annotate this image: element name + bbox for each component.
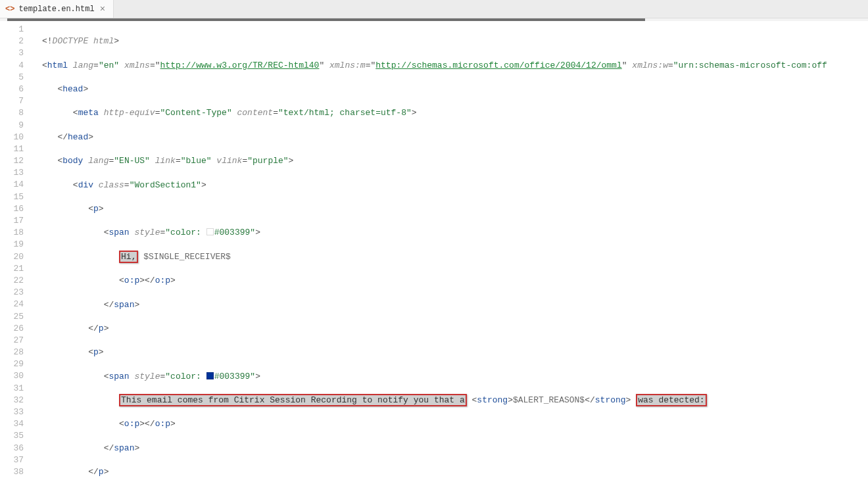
code-line: <o:p></o:p> [42, 275, 868, 287]
color-swatch-icon [206, 228, 214, 235]
code-line: </p> [42, 466, 868, 478]
line-number: 16 [3, 203, 24, 215]
line-number: 8 [3, 107, 24, 119]
color-swatch-icon [206, 372, 214, 379]
line-number: 24 [3, 299, 24, 310]
xmlns-url: http://www.w3.org/TR/REC-html40 [160, 60, 320, 70]
line-number: 13 [3, 167, 24, 179]
line-number: 27 [3, 335, 24, 347]
html-file-icon: <> [5, 5, 14, 14]
highlight-email-comes-from: This email comes from Citrix Session Rec… [119, 394, 467, 406]
code-line: <p> [42, 347, 868, 358]
code-line: <meta http-equiv="Content-Type" content=… [42, 107, 868, 119]
code-line: <span style="color: #003399"> [42, 371, 868, 383]
highlight-was-detected: was detected: [636, 394, 706, 406]
code-line: <!DOCTYPE html> [42, 36, 868, 47]
line-number: 12 [3, 155, 24, 167]
line-number: 11 [3, 143, 24, 155]
code-line: </span> [42, 443, 868, 454]
code-line: <div class="WordSection1"> [42, 180, 868, 191]
line-number: 14 [3, 179, 24, 191]
line-number: 26 [3, 323, 24, 335]
line-number: 1 [3, 24, 24, 36]
line-number: 25 [3, 311, 24, 323]
line-gutter: 1 2 3 4 5 6 7 8 9 10 11 12 13 14 15 16 1… [0, 21, 36, 484]
line-number: 35 [3, 430, 24, 442]
code-area[interactable]: <!DOCTYPE html> <html lang="en" xmlns="h… [36, 21, 868, 484]
line-number: 18 [3, 227, 24, 239]
line-number: 23 [3, 287, 24, 299]
line-number: 3 [3, 47, 24, 59]
line-number: 9 [3, 120, 24, 132]
line-number: 30 [3, 370, 24, 382]
line-number: 5 [3, 72, 24, 84]
line-number: 38 [3, 466, 24, 478]
code-editor[interactable]: 1 2 3 4 5 6 7 8 9 10 11 12 13 14 15 16 1… [0, 21, 868, 484]
code-line: </p> [42, 323, 868, 335]
line-number: 29 [3, 358, 24, 370]
line-number: 37 [3, 454, 24, 466]
line-number: 19 [3, 239, 24, 251]
line-number: 31 [3, 383, 24, 395]
line-number: 33 [3, 406, 24, 418]
code-line: This email comes from Citrix Session Rec… [42, 395, 868, 406]
line-number: 36 [3, 443, 24, 454]
line-number: 2 [3, 36, 24, 47]
line-number: 17 [3, 215, 24, 227]
tab-template-en-html[interactable]: <> template.en.html × [0, 0, 114, 18]
line-number: 6 [3, 84, 24, 95]
line-number: 4 [3, 60, 24, 72]
line-number: 32 [3, 395, 24, 406]
code-line: Hi, $SINGLE_RECEIVER$ [42, 251, 868, 263]
tab-filename: template.en.html [18, 5, 94, 14]
code-line: <html lang="en" xmlns="http://www.w3.org… [42, 60, 868, 72]
line-number: 7 [3, 95, 24, 107]
line-number: 15 [3, 191, 24, 203]
line-number: 21 [3, 263, 24, 275]
xmlns-m-url: http://schemas.microsoft.com/office/2004… [375, 60, 621, 70]
code-line: </head> [42, 132, 868, 143]
close-icon[interactable]: × [99, 4, 107, 14]
line-number: 22 [3, 275, 24, 287]
code-line: <body lang="EN-US" link="blue" vlink="pu… [42, 155, 868, 167]
highlight-hi: Hi, [119, 251, 138, 263]
line-number: 20 [3, 251, 24, 263]
code-line: <p> [42, 203, 868, 215]
code-line: <span style="color: #003399"> [42, 227, 868, 239]
tab-bar: <> template.en.html × [0, 0, 868, 18]
code-line: </span> [42, 299, 868, 311]
code-line: <head> [42, 84, 868, 95]
line-number: 10 [3, 132, 24, 143]
line-number: 34 [3, 418, 24, 430]
code-line: <o:p></o:p> [42, 418, 868, 430]
line-number: 28 [3, 347, 24, 358]
